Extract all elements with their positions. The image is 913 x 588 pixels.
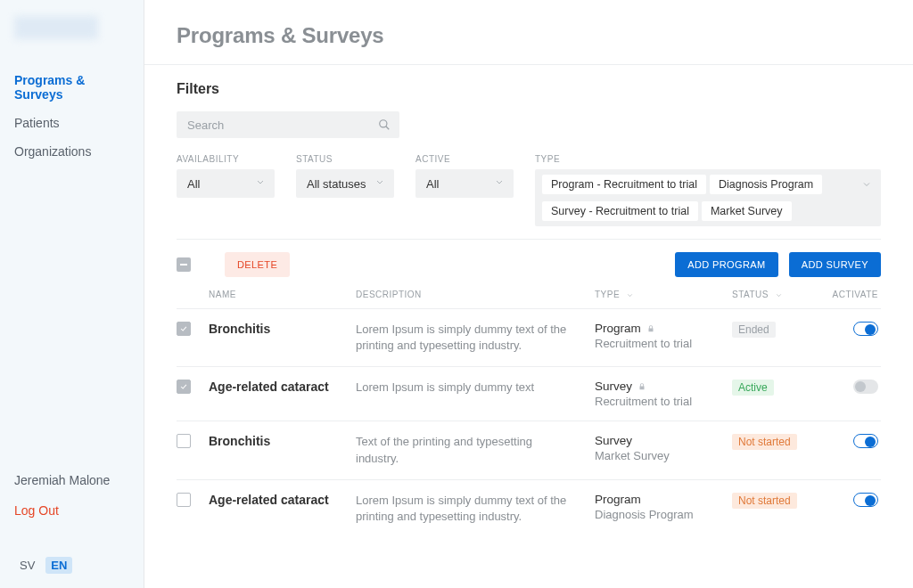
column-header-type[interactable]: TYPE: [595, 290, 732, 299]
sidebar-item[interactable]: Organizations: [0, 137, 144, 166]
table-row: BronchitisLorem Ipsum is simply dummy te…: [177, 308, 881, 366]
row-name[interactable]: Bronchitis: [209, 322, 356, 336]
type-tag[interactable]: Market Survey: [702, 201, 792, 221]
row-type: Program: [595, 322, 732, 335]
select-value: All statuses: [307, 177, 366, 191]
column-header-description: DESCRIPTION: [356, 290, 595, 299]
chevron-down-icon: [374, 177, 385, 191]
row-subtype: Diagnosis Program: [595, 508, 732, 521]
filter-type: TYPE Program - Recruitment to trialDiagn…: [535, 154, 881, 226]
activate-toggle[interactable]: [853, 380, 878, 394]
activate-toggle[interactable]: [853, 434, 878, 448]
type-tag[interactable]: Program - Recruitment to trial: [542, 175, 706, 194]
divider: [144, 64, 913, 65]
row-checkbox[interactable]: [177, 493, 191, 507]
current-user-name: Jeremiah Malone: [14, 473, 129, 487]
row-subtype: Recruitment to trial: [595, 337, 732, 350]
toggle-knob: [865, 495, 876, 506]
chevron-down-icon: [861, 178, 872, 192]
column-label: STATUS: [732, 290, 769, 299]
sidebar-footer: Jeremiah Malone Log Out SVEN: [0, 473, 144, 588]
status-badge: Ended: [732, 322, 776, 338]
toggle-knob: [865, 324, 876, 335]
table-header: NAME DESCRIPTION TYPE STATUS ACTIVATE: [177, 290, 881, 308]
filter-label: AVAILABILITY: [177, 154, 275, 164]
activate-toggle[interactable]: [853, 322, 878, 336]
sidebar-item[interactable]: Programs & Surveys: [0, 66, 144, 109]
row-description: Lorem Ipsum is simply dummy text of the …: [356, 493, 577, 525]
filter-availability: AVAILABILITY All: [177, 154, 275, 226]
row-name[interactable]: Age-related cataract: [209, 380, 356, 394]
status-select[interactable]: All statuses: [296, 169, 394, 198]
row-type: Survey: [595, 434, 732, 447]
divider: [177, 239, 881, 240]
svg-point-0: [380, 120, 387, 127]
app-logo: [14, 16, 98, 39]
row-name[interactable]: Bronchitis: [209, 434, 356, 448]
row-checkbox[interactable]: [177, 322, 191, 336]
filters-row: AVAILABILITY All STATUS All statuses ACT…: [177, 154, 881, 226]
filter-label: ACTIVE: [415, 154, 514, 164]
type-tag[interactable]: Survey - Recruitment to trial: [542, 201, 698, 221]
row-subtype: Market Survey: [595, 449, 732, 462]
active-select[interactable]: All: [415, 169, 514, 198]
search-input[interactable]: [177, 111, 399, 138]
column-label: TYPE: [595, 290, 620, 299]
language-option[interactable]: SV: [14, 557, 40, 574]
status-badge: Not started: [732, 434, 797, 450]
toggle-knob: [855, 381, 866, 392]
programs-table: NAME DESCRIPTION TYPE STATUS ACTIVATE Br…: [177, 290, 881, 537]
toggle-knob: [865, 437, 876, 447]
chevron-down-icon: [775, 291, 783, 299]
select-value: All: [187, 177, 200, 191]
availability-select[interactable]: All: [177, 169, 275, 198]
table-toolbar: DELETE ADD PROGRAM ADD SURVEY: [177, 252, 881, 277]
filter-label: TYPE: [535, 154, 881, 164]
add-program-button[interactable]: ADD PROGRAM: [675, 252, 778, 277]
row-type: Survey: [595, 380, 732, 393]
row-subtype: Recruitment to trial: [595, 395, 732, 408]
select-value: All: [426, 177, 439, 191]
row-description: Text of the printing and typesetting ind…: [356, 434, 577, 466]
search-field-wrap: [177, 111, 399, 138]
search-icon: [378, 118, 391, 131]
sidebar-nav: Programs & SurveysPatientsOrganizations: [0, 66, 144, 166]
delete-button[interactable]: DELETE: [225, 252, 290, 277]
add-survey-button[interactable]: ADD SURVEY: [789, 252, 881, 277]
lock-icon: [637, 382, 646, 391]
type-multiselect[interactable]: Program - Recruitment to trialDiagnosis …: [535, 169, 881, 226]
page-title: Programs & Surveys: [177, 23, 881, 48]
table-body: BronchitisLorem Ipsum is simply dummy te…: [177, 308, 881, 537]
chevron-down-icon: [494, 177, 505, 191]
language-option[interactable]: EN: [45, 557, 72, 574]
row-name[interactable]: Age-related cataract: [209, 493, 356, 507]
indeterminate-icon: [180, 264, 187, 265]
row-description: Lorem Ipsum is simply dummy text: [356, 380, 577, 396]
column-header-status[interactable]: STATUS: [732, 290, 819, 299]
table-row: BronchitisText of the printing and types…: [177, 421, 881, 478]
table-row: Age-related cataractLorem Ipsum is simpl…: [177, 479, 881, 537]
filter-label: STATUS: [296, 154, 394, 164]
row-checkbox[interactable]: [177, 434, 191, 448]
master-checkbox[interactable]: [177, 257, 191, 272]
svg-line-1: [386, 127, 390, 130]
main-content: Programs & Surveys Filters AVAILABILITY …: [144, 0, 913, 588]
lock-icon: [646, 324, 655, 333]
row-checkbox[interactable]: [177, 380, 191, 394]
sidebar-item[interactable]: Patients: [0, 109, 144, 137]
column-header-activate: ACTIVATE: [819, 290, 878, 299]
chevron-down-icon: [255, 177, 266, 191]
type-tag[interactable]: Diagnosis Program: [710, 175, 822, 194]
logout-link[interactable]: Log Out: [14, 503, 129, 518]
sidebar: Programs & SurveysPatientsOrganizations …: [0, 0, 144, 588]
table-row: Age-related cataractLorem Ipsum is simpl…: [177, 366, 881, 421]
chevron-down-icon: [626, 291, 634, 299]
language-switcher: SVEN: [14, 557, 129, 574]
activate-toggle[interactable]: [853, 493, 878, 507]
filters-heading: Filters: [177, 81, 881, 97]
row-type: Program: [595, 493, 732, 506]
filter-status: STATUS All statuses: [296, 154, 394, 226]
column-header-name[interactable]: NAME: [209, 290, 356, 299]
row-description: Lorem Ipsum is simply dummy text of the …: [356, 322, 577, 354]
status-badge: Not started: [732, 493, 797, 509]
